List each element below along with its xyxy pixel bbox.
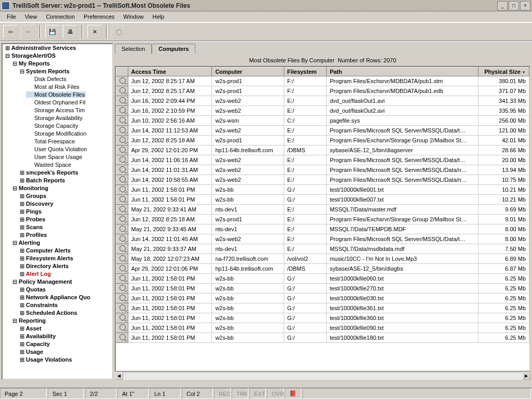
tree-item[interactable]: Directory Alerts: [19, 263, 70, 269]
magnify-icon[interactable]: [119, 216, 126, 222]
print-button[interactable]: 🖶: [63, 25, 77, 38]
tree-item[interactable]: Probes: [19, 216, 46, 222]
h-scrollbar[interactable]: ◀ ▶: [115, 371, 530, 380]
tree-item[interactable]: Alert Log: [19, 271, 52, 277]
magnify-icon[interactable]: [119, 206, 126, 212]
magnify-icon[interactable]: [119, 137, 126, 143]
magnify-icon[interactable]: [119, 156, 126, 163]
menu-connection[interactable]: Connection: [42, 12, 78, 21]
col-time[interactable]: Access Time: [128, 68, 212, 76]
menu-file[interactable]: File: [3, 12, 20, 21]
table-row[interactable]: Apr 29, 2002 12:01:06 PMhp11-64b.trellis…: [116, 264, 529, 274]
tree-item[interactable]: Capacity: [19, 341, 51, 347]
tree-item[interactable]: smcpeek's Reports: [19, 169, 79, 176]
table-row[interactable]: Jun 14, 2002 11:12:53 AMw2s-web2E:/Progr…: [116, 126, 529, 136]
tree-item[interactable]: Storage Availability: [26, 115, 84, 121]
tree-item[interactable]: Oldest Orphaned Fil: [26, 99, 86, 105]
table-row[interactable]: Jun 11, 2002 1:58:01 PMw2s-bbG:/test/100…: [116, 323, 529, 333]
magnify-icon[interactable]: [119, 97, 126, 103]
stop-button[interactable]: ◯: [112, 25, 126, 38]
magnify-icon[interactable]: [119, 255, 126, 261]
tree-item[interactable]: Availability: [19, 333, 57, 339]
tree-item[interactable]: Total Freespace: [26, 138, 76, 144]
magnify-icon[interactable]: [119, 314, 126, 321]
tree-item[interactable]: Disk Defects: [26, 76, 68, 82]
tree-item[interactable]: Groups: [19, 193, 47, 199]
back-button[interactable]: ⇦: [3, 25, 18, 38]
tree-item[interactable]: Storage Access Tim: [26, 107, 86, 113]
magnify-icon[interactable]: [119, 245, 126, 251]
magnify-icon[interactable]: [119, 285, 126, 291]
table-row[interactable]: May 18, 2002 12:07:23 AMna-f720.trelliso…: [116, 254, 529, 264]
table-row[interactable]: Jun 14, 2002 11:01:45 AMw2s-web2E:/Progr…: [116, 234, 529, 244]
magnify-icon[interactable]: [119, 295, 126, 301]
tree-item[interactable]: Pings: [19, 208, 43, 215]
table-row[interactable]: Jun 11, 2002 1:58:01 PMw2s-bbG:/test/100…: [116, 313, 529, 323]
tree-item[interactable]: Batch Reports: [19, 177, 66, 183]
table-row[interactable]: Jun 12, 2002 8:25:17 AMw2s-prod1F:/Progr…: [116, 86, 529, 96]
magnify-icon[interactable]: [119, 117, 126, 123]
magnify-icon[interactable]: [119, 275, 126, 281]
tree-item[interactable]: User Quota Violation: [26, 146, 88, 152]
col-size[interactable]: Physical Size: [478, 68, 529, 76]
magnify-icon[interactable]: [119, 334, 126, 340]
tab-selection[interactable]: Selection: [115, 44, 152, 54]
col-comp[interactable]: Computer: [212, 68, 284, 76]
table-row[interactable]: Jun 12, 2002 8:25:17 AMw2s-prod1F:/Progr…: [116, 76, 529, 86]
tree-item[interactable]: Asset: [19, 325, 43, 331]
magnify-icon[interactable]: [119, 176, 126, 182]
table-row[interactable]: Jun 16, 2002 2:10:59 PMw2s-web2E:/dvd_ou…: [116, 106, 529, 116]
magnify-icon[interactable]: [119, 196, 126, 202]
magnify-icon[interactable]: [119, 186, 126, 192]
table-row[interactable]: Jun 12, 2002 8:25:18 AMw2s-prod1E:/Progr…: [116, 136, 529, 145]
close-button[interactable]: ×: [520, 1, 530, 10]
magnify-icon[interactable]: [119, 324, 126, 330]
save-button[interactable]: 💾: [45, 25, 60, 38]
table-row[interactable]: Jun 10, 2002 2:56:16 AMw2s-wsmC:/pagefil…: [116, 116, 529, 126]
tree-item[interactable]: Storage Modification: [26, 130, 87, 137]
table-row[interactable]: Jun 16, 2002 2:09:44 PMw2s-web2E:/dvd_ou…: [116, 96, 529, 106]
magnify-icon[interactable]: [119, 127, 126, 133]
table-row[interactable]: Apr 29, 2002 12:01:20 PMhp11-64b.trellis…: [116, 145, 529, 155]
table-row[interactable]: Jun 11, 2002 1:58:01 PMw2s-bbG:/test/100…: [116, 303, 529, 313]
tree-item[interactable]: Alerting: [11, 240, 41, 246]
magnify-icon[interactable]: [119, 225, 126, 232]
tree-item[interactable]: Profiles: [19, 232, 48, 238]
table-row[interactable]: Jun 12, 2002 8:25:18 AMw2s-prod1E:/Progr…: [116, 215, 529, 224]
tree-item[interactable]: Filesystem Alerts: [19, 255, 74, 261]
minimize-button[interactable]: _: [497, 1, 508, 10]
magnify-icon[interactable]: [119, 265, 126, 271]
magnify-icon[interactable]: [119, 107, 126, 113]
tree-item[interactable]: Constraints: [19, 302, 59, 308]
menu-help[interactable]: Help: [149, 12, 168, 21]
tab-computers[interactable]: Computers: [152, 44, 195, 54]
scroll-left[interactable]: ◀: [115, 373, 123, 380]
menu-preferences[interactable]: Preferences: [80, 12, 118, 21]
col-fs[interactable]: Filesystem: [284, 68, 326, 76]
table-row[interactable]: May 21, 2002 9:33:41 AMnts-dev1E:/MSSQL7…: [116, 205, 529, 215]
tree-item[interactable]: Policy Management: [11, 278, 73, 285]
tree-item[interactable]: Quotas: [19, 286, 47, 292]
table-row[interactable]: Jun 11, 2002 1:58:01 PMw2s-bbG:/test/100…: [116, 294, 529, 303]
table-row[interactable]: Jun 11, 2002 1:58:01 PMw2s-bbG:/test/100…: [116, 185, 529, 195]
tree-item[interactable]: Most Obsolete Files: [26, 91, 86, 98]
scroll-right[interactable]: ▶: [522, 373, 530, 380]
tree-item[interactable]: Reporting: [11, 317, 47, 324]
tree-item[interactable]: Administrative Services: [4, 45, 77, 51]
table-row[interactable]: May 21, 2002 9:33:45 AMnts-dev1E:/MSSQL7…: [116, 224, 529, 234]
table-row[interactable]: May 21, 2002 9:33:37 AMnts-dev1E:/MSSQL7…: [116, 244, 529, 254]
magnify-icon[interactable]: [119, 304, 126, 311]
tree-item[interactable]: Network Appliance Quo: [19, 294, 91, 300]
nav-tree[interactable]: Administrative ServicesStorageAlert/OSMy…: [2, 43, 113, 380]
magnify-icon[interactable]: [119, 77, 126, 84]
table-row[interactable]: Jun 14, 2002 10:58:55 AMw2s-web2E:/Progr…: [116, 175, 529, 185]
table-row[interactable]: Jun 14, 2002 11:06:16 AMw2s-web2E:/Progr…: [116, 155, 529, 165]
maximize-button[interactable]: □: [509, 1, 519, 10]
magnify-icon[interactable]: [119, 147, 126, 153]
tree-item[interactable]: Usage: [19, 349, 44, 355]
tree-item[interactable]: Monitoring: [11, 185, 49, 191]
delete-button[interactable]: ✕: [87, 25, 102, 38]
forward-button[interactable]: ⇨: [21, 25, 35, 38]
table-row[interactable]: Jun 11, 2002 1:58:01 PMw2s-bbG:/test/100…: [116, 284, 529, 294]
magnify-icon[interactable]: [119, 87, 126, 94]
